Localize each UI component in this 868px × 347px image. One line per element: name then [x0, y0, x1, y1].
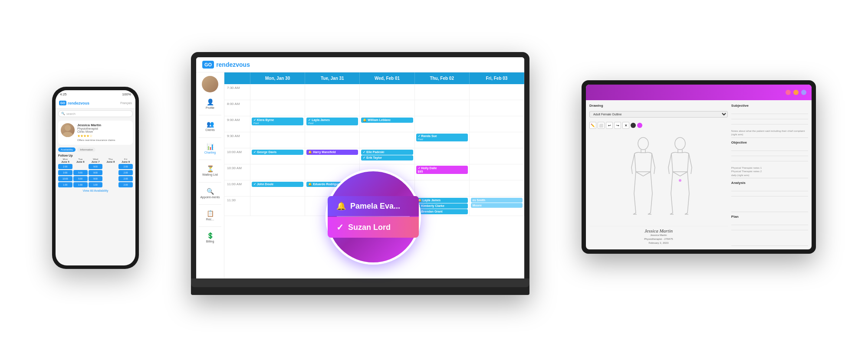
eraser-btn[interactable]: ⬜: [598, 122, 605, 129]
appt-elle-padeski[interactable]: ✓ Elle Padeski: [361, 150, 413, 155]
objective-content[interactable]: Physical Therapist notes 1Physical Thera…: [731, 146, 808, 178]
slot[interactable]: 2:00: [118, 164, 133, 169]
subjective-content[interactable]: Notes about what the patient said includ…: [731, 109, 808, 138]
sidebar-item-billing[interactable]: 💲 Billing: [196, 229, 224, 246]
slot[interactable]: 2:00: [118, 170, 133, 175]
cal-cell-tue-930[interactable]: [305, 132, 360, 148]
cal-cell-fri-900[interactable]: [470, 116, 524, 132]
cal-cell-wed-730[interactable]: [360, 84, 414, 100]
appt-erik-taylor[interactable]: ✓ Erik Taylor: [361, 155, 413, 160]
notification-item-suzan[interactable]: ✓ Suzan Lord: [328, 217, 419, 238]
sidebar-item-profile[interactable]: 👤 Profile: [196, 96, 224, 112]
tablet-dot-1: [786, 90, 791, 95]
cal-cell-thu-1130[interactable]: 🔔 Layla James ✓ Kimberly Clarke ✓ Brenda…: [415, 196, 470, 216]
sidebar-item-appointments[interactable]: 🔍 Appoint-ments: [196, 185, 224, 202]
slot[interactable]: 9:00: [89, 176, 103, 181]
cal-cell-thu-800[interactable]: [415, 100, 470, 116]
notification-item-pamela[interactable]: 🔔 Pamela Eva...: [328, 196, 419, 216]
phone-search-bar[interactable]: 🔍 search: [58, 110, 133, 117]
appt-es-smith[interactable]: es Smith: [471, 198, 523, 203]
cal-cell-mon-1130[interactable]: [250, 196, 305, 216]
cal-cell-thu-1000[interactable]: [415, 148, 470, 164]
appt-kimberly-clarke[interactable]: ✓ Kimberly Clarke: [416, 203, 468, 209]
slot[interactable]: 5:00: [73, 170, 88, 175]
cal-row-930: 9:30 AM ✓ Randa Sue Paid: [224, 132, 524, 148]
subjective-title: Subjective: [731, 104, 808, 108]
cal-day-thu: Thu, Feb 02: [415, 72, 470, 84]
slot[interactable]: 3:00: [58, 170, 72, 175]
cal-cell-thu-1100[interactable]: [415, 180, 470, 196]
appt-george-davis[interactable]: ✓ George Davis: [252, 150, 303, 155]
cal-cell-mon-730[interactable]: [250, 84, 305, 100]
slot[interactable]: 2:00: [118, 182, 133, 187]
cal-cell-fri-800[interactable]: [470, 100, 524, 116]
appt-brendan-grant[interactable]: ✓ Brendan Grant: [416, 209, 468, 214]
cal-cell-mon-800[interactable]: [250, 100, 305, 116]
appt-moore[interactable]: Moore: [471, 203, 523, 208]
sidebar-item-clients[interactable]: 👥 Clients: [196, 118, 224, 134]
cal-cell-wed-930[interactable]: [360, 132, 414, 148]
cal-cell-fri-730[interactable]: [470, 84, 524, 100]
sidebar-item-waiting[interactable]: ⏳ Waiting List: [196, 163, 224, 179]
appt-name: ✓ Kimberly Clarke: [418, 204, 466, 208]
cal-cell-tue-900[interactable]: ✓ Layla James Paid: [305, 116, 360, 132]
cal-cell-fri-1130[interactable]: es Smith Moore: [470, 196, 524, 216]
color-black[interactable]: [631, 123, 636, 128]
cal-cell-fri-1100[interactable]: [470, 180, 524, 196]
slot[interactable]: 10:00: [58, 176, 72, 181]
analysis-content[interactable]: [731, 186, 808, 212]
slot[interactable]: 2:00: [58, 164, 72, 169]
cal-cell-mon-900[interactable]: ✓ Kiera Byrne Paid: [250, 116, 305, 132]
cal-cell-mon-1000[interactable]: ✓ George Davis: [250, 148, 305, 164]
slot[interactable]: 1:00: [89, 182, 103, 187]
slot[interactable]: 5:00: [73, 176, 88, 181]
cal-cell-mon-1100[interactable]: ✓ John Doule: [250, 180, 305, 196]
laptop-logo: GO rendezvous: [202, 61, 250, 69]
charting-field-plan: Plan: [731, 215, 808, 246]
time-1000: 10:00 AM: [224, 148, 250, 164]
tab-availability[interactable]: Availability: [58, 147, 76, 152]
cal-cell-thu-930[interactable]: ✓ Randa Sue Paid: [415, 132, 470, 148]
cal-cell-wed-900[interactable]: 🔔 William Leblanc: [360, 116, 414, 132]
cal-cell-thu-1030[interactable]: ✓ Holly Dalle $95: [415, 164, 470, 180]
appt-holly-dalle[interactable]: ✓ Holly Dalle $95: [416, 166, 468, 174]
redo-btn[interactable]: ↪: [614, 122, 621, 129]
slot[interactable]: 2:00: [118, 176, 133, 181]
pencil-btn[interactable]: ✏️: [589, 122, 596, 129]
slot[interactable]: 9:00: [89, 164, 103, 169]
clear-btn[interactable]: ✕: [622, 122, 629, 129]
phone-language[interactable]: Français: [120, 101, 132, 105]
cal-cell-thu-730[interactable]: [415, 84, 470, 100]
cal-cell-thu-900[interactable]: [415, 116, 470, 132]
plan-content[interactable]: [731, 220, 808, 246]
tab-information[interactable]: Information: [77, 147, 95, 152]
cal-cell-fri-930[interactable]: [470, 132, 524, 148]
appt-kiera-byrne[interactable]: ✓ Kiera Byrne Paid: [252, 118, 303, 125]
drawing-select[interactable]: Adult Female Outline: [589, 111, 728, 118]
slot[interactable]: 1:00: [73, 182, 88, 187]
appt-layla-james-2[interactable]: 🔔 Layla James: [416, 198, 468, 203]
color-pink[interactable]: [637, 123, 642, 128]
cal-cell-fri-1000[interactable]: [470, 148, 524, 164]
slot[interactable]: 9:00: [89, 170, 103, 175]
appt-william-leblanc[interactable]: 🔔 William Leblanc: [361, 118, 413, 123]
slot[interactable]: 1:00: [58, 182, 72, 187]
cal-cell-wed-800[interactable]: [360, 100, 414, 116]
undo-btn[interactable]: ↩: [606, 122, 613, 129]
appt-harry-mansfield[interactable]: 🔔 Harry Mansfield: [306, 150, 358, 155]
cal-cell-wed-1000[interactable]: ✓ Elle Padeski ✓ Erik Taylor: [360, 148, 414, 164]
appt-layla-james[interactable]: ✓ Layla James Paid: [306, 118, 358, 125]
cal-cell-tue-800[interactable]: [305, 100, 360, 116]
appt-randa-sue[interactable]: ✓ Randa Sue Paid: [416, 134, 468, 141]
cal-cell-fri-1030[interactable]: [470, 164, 524, 180]
appt-john-doule[interactable]: ✓ John Doule: [252, 182, 303, 187]
sidebar-item-charting[interactable]: 📊 Charting: [196, 141, 224, 157]
cal-cell-tue-1000[interactable]: 🔔 Harry Mansfield: [305, 148, 360, 164]
cal-cell-mon-1030[interactable]: [250, 164, 305, 180]
view-all-link[interactable]: View All Availability: [56, 189, 135, 192]
sidebar-item-rec[interactable]: 📋 Rec...: [196, 207, 224, 224]
provider-card[interactable]: Jessica Martin Physiotherapist Clinic Mo…: [58, 121, 133, 145]
cal-cell-tue-730[interactable]: [305, 84, 360, 100]
laptop-base: [191, 278, 529, 287]
cal-cell-mon-930[interactable]: [250, 132, 305, 148]
